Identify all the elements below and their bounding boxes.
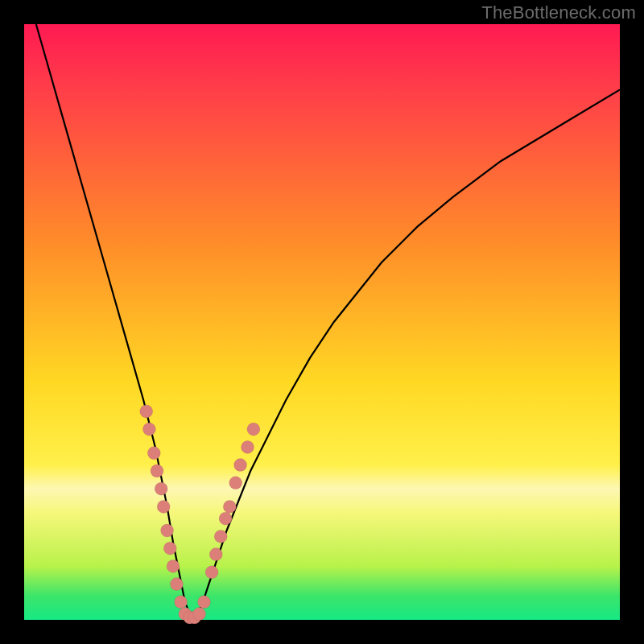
- sample-dot: [219, 512, 232, 525]
- chart-overlay: [24, 24, 620, 620]
- watermark-text: TheBottleneck.com: [481, 2, 636, 23]
- sample-dot: [214, 530, 227, 543]
- sample-dot: [175, 596, 188, 609]
- sample-dot: [157, 500, 170, 513]
- sample-dot: [163, 542, 176, 555]
- sample-dot: [167, 559, 180, 572]
- chart-frame: TheBottleneck.com: [0, 0, 644, 644]
- sample-dot: [170, 578, 183, 591]
- sample-dot: [242, 440, 254, 453]
- sample-dot: [247, 423, 260, 436]
- sample-dot: [161, 524, 174, 537]
- sample-dot: [142, 423, 155, 436]
- sample-dots-group: [140, 405, 260, 624]
- sample-dot: [140, 405, 153, 418]
- sample-dot: [234, 459, 247, 472]
- sample-dot: [229, 477, 242, 489]
- sample-dot: [151, 464, 163, 477]
- sample-dot: [155, 482, 167, 495]
- sample-dot: [205, 566, 218, 579]
- plot-area: [24, 24, 620, 620]
- sample-dot: [193, 608, 206, 621]
- sample-dot: [147, 447, 160, 460]
- sample-dot: [209, 548, 222, 561]
- sample-dot: [198, 596, 211, 609]
- bottleneck-curve: [36, 24, 620, 617]
- sample-dot: [223, 500, 236, 513]
